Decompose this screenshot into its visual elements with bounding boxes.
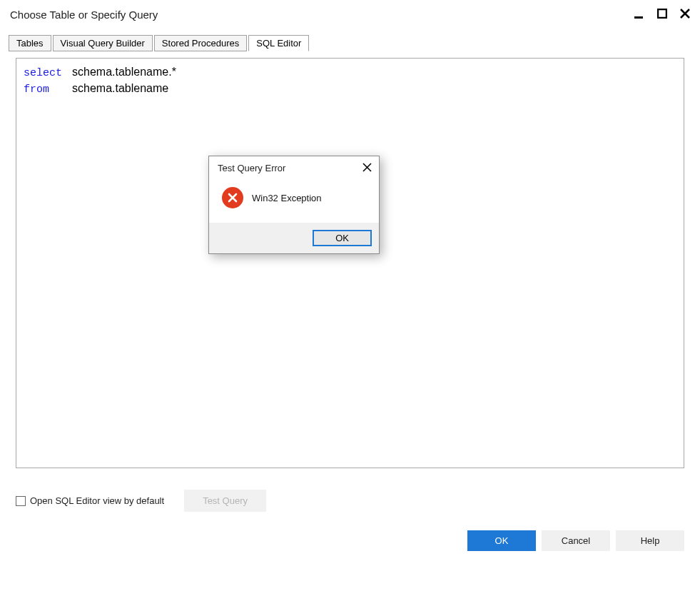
tab-sql-editor[interactable]: SQL Editor <box>248 35 309 51</box>
dialog-message: Win32 Exception <box>252 193 322 203</box>
window-controls <box>634 9 690 21</box>
tab-stored-procedures[interactable]: Stored Procedures <box>154 35 247 51</box>
open-by-default-label: Open SQL Editor view by default <box>30 495 164 506</box>
error-icon <box>222 187 243 208</box>
svg-rect-1 <box>658 9 666 18</box>
sql-keyword-select: select <box>24 66 66 81</box>
sql-keyword-from: from <box>24 83 66 97</box>
sql-line: select schema.tablename.* <box>24 64 676 81</box>
footer-buttons: OK Cancel Help <box>0 519 700 551</box>
dialog-title: Test Query Error <box>218 163 285 173</box>
dialog-ok-button[interactable]: OK <box>313 230 372 246</box>
cancel-button[interactable]: Cancel <box>542 530 610 551</box>
tab-visual-query-builder[interactable]: Visual Query Builder <box>53 35 153 51</box>
open-by-default-checkbox[interactable]: Open SQL Editor view by default <box>16 495 164 506</box>
svg-rect-0 <box>634 16 643 19</box>
test-query-button: Test Query <box>184 490 266 512</box>
checkbox-icon[interactable] <box>16 496 26 506</box>
sql-line: from schema.tablename <box>24 81 676 97</box>
ok-button[interactable]: OK <box>467 530 536 551</box>
dialog-close-icon[interactable] <box>362 162 372 174</box>
dialog-footer: OK <box>209 223 379 253</box>
sql-text: schema.tablename <box>72 81 168 96</box>
tab-bar: Tables Visual Query Builder Stored Proce… <box>0 34 700 51</box>
maximize-icon[interactable] <box>657 9 667 21</box>
dialog-titlebar: Test Query Error <box>209 156 379 177</box>
options-row: Open SQL Editor view by default Test Que… <box>0 468 700 519</box>
close-icon[interactable] <box>680 9 690 21</box>
tab-tables[interactable]: Tables <box>9 35 51 51</box>
titlebar: Choose Table or Specify Query <box>0 0 700 29</box>
help-button[interactable]: Help <box>616 530 684 551</box>
sql-text: schema.tablename.* <box>72 64 176 80</box>
minimize-icon[interactable] <box>634 9 644 21</box>
sql-editor[interactable]: select schema.tablename.* from schema.ta… <box>16 58 684 468</box>
error-dialog: Test Query Error Win32 Exception OK <box>208 156 380 254</box>
dialog-body: Win32 Exception <box>209 177 379 223</box>
window-title: Choose Table or Specify Query <box>10 9 158 21</box>
